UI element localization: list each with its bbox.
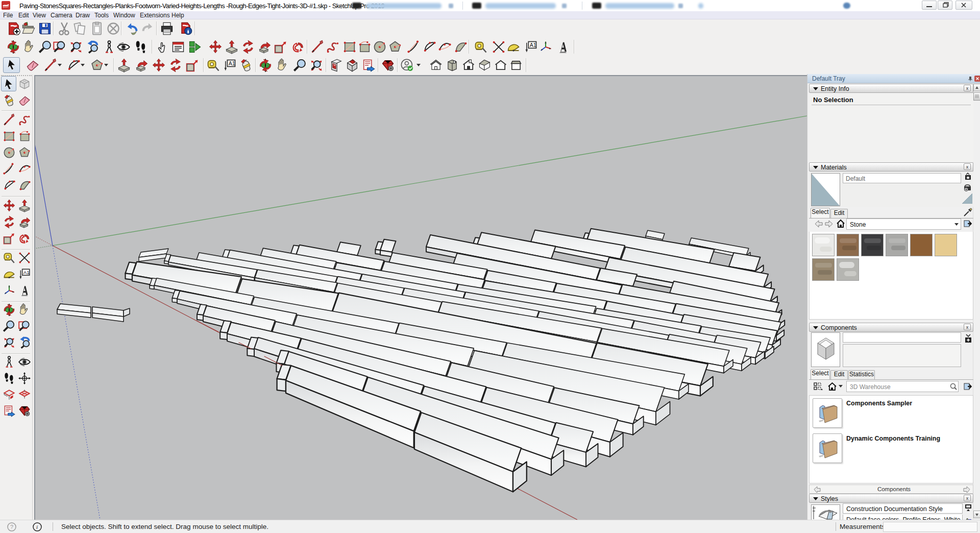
- svg-text:i: i: [36, 524, 38, 530]
- svg-text:?: ?: [10, 524, 13, 530]
